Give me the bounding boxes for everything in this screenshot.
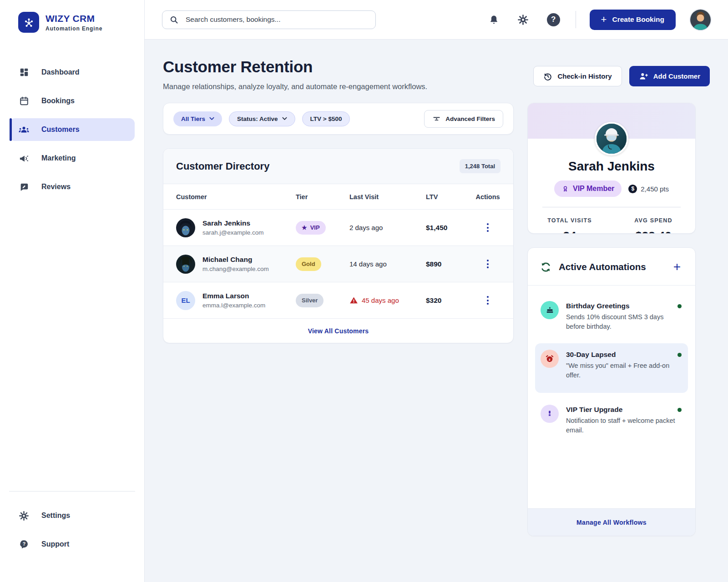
- directory-header: Customer Directory 1,248 Total: [163, 149, 513, 184]
- sidebar-item-marketing[interactable]: Marketing: [0, 147, 144, 170]
- sidebar-item-settings[interactable]: Settings: [0, 504, 144, 527]
- sidebar-nav: Dashboard Bookings: [0, 61, 144, 198]
- svg-text:z: z: [549, 357, 551, 361]
- stat-total-visits: TOTAL VISITS 34: [528, 217, 612, 234]
- notifications-button[interactable]: [489, 15, 499, 25]
- medal-icon: [541, 405, 559, 423]
- stat-avg-spend: AVG SPEND $38.40: [612, 217, 695, 234]
- automation-item[interactable]: z 30-Day Lapsed "We miss you" email + Fr…: [535, 343, 688, 393]
- row-actions-menu-button[interactable]: [484, 257, 491, 271]
- active-status-dot: [677, 304, 682, 308]
- add-automation-button[interactable]: +: [671, 260, 683, 274]
- sidebar-item-label: Marketing: [41, 154, 76, 162]
- status-filter-label: Status: Active: [237, 115, 278, 122]
- review-icon: [18, 181, 30, 193]
- settings-button[interactable]: [517, 14, 529, 25]
- sidebar-item-dashboard[interactable]: Dashboard: [0, 61, 144, 84]
- automation-title: Birthday Greetings: [566, 302, 630, 310]
- automation-description: Sends 10% discount SMS 3 days before bir…: [566, 312, 682, 331]
- tier-badge: Silver: [296, 294, 324, 307]
- view-all-customers-link[interactable]: View All Customers: [305, 327, 372, 335]
- profile-stats: TOTAL VISITS 34 AVG SPEND $38.40: [528, 217, 695, 234]
- tier-filter-chip[interactable]: All Tiers: [173, 111, 222, 126]
- profile-divider: [542, 207, 681, 207]
- brand-logo-icon: [18, 12, 39, 33]
- automation-item[interactable]: VIP Tier Upgrade Notification to staff +…: [535, 398, 688, 442]
- automations-list: Birthday Greetings Sends 10% discount SM…: [528, 286, 695, 442]
- alarm-icon: z: [541, 350, 559, 368]
- customer-directory-card: Customer Directory 1,248 Total Customer …: [163, 148, 514, 343]
- help-button[interactable]: ?: [547, 13, 560, 26]
- cake-icon: [541, 301, 559, 319]
- manage-all-workflows-link[interactable]: Manage All Workflows: [574, 518, 649, 527]
- status-filter-chip[interactable]: Status: Active: [229, 111, 295, 126]
- table-row[interactable]: Michael Chang m.chang@example.com Gold 1…: [163, 246, 513, 282]
- row-actions-menu-button[interactable]: [484, 293, 491, 307]
- content-columns: All Tiers Status: Active LTV > $500: [163, 103, 710, 536]
- automations-title: Active Automations: [559, 261, 646, 272]
- add-customer-button[interactable]: Add Customer: [629, 66, 710, 86]
- column-header-last-visit: Last Visit: [349, 193, 426, 201]
- checkin-history-label: Check-in History: [557, 72, 612, 80]
- sidebar-item-label: Support: [41, 540, 69, 548]
- dashboard-icon: [18, 67, 30, 78]
- table-row[interactable]: Sarah Jenkins sarah.j@example.com ★ VIP …: [163, 210, 513, 246]
- ltv-value: $320: [426, 296, 475, 305]
- avatar: [176, 255, 195, 274]
- sidebar-item-customers[interactable]: Customers: [10, 118, 135, 141]
- page-title: Customer Retention: [163, 58, 427, 76]
- row-actions-menu-button[interactable]: [484, 221, 491, 235]
- sidebar-item-bookings[interactable]: Bookings: [0, 90, 144, 112]
- sidebar-divider: [9, 491, 135, 492]
- person-add-icon: [639, 71, 648, 81]
- megaphone-icon: [18, 153, 30, 164]
- user-avatar[interactable]: [690, 10, 711, 30]
- table-row[interactable]: EL Emma Larson emma.l@example.com Silver: [163, 282, 513, 319]
- customer-name: Emma Larson: [202, 292, 265, 300]
- tier-badge: Gold: [296, 257, 321, 271]
- sync-icon: [540, 261, 552, 273]
- page-header: Customer Retention Manage relationships,…: [163, 58, 710, 91]
- create-booking-button[interactable]: + Create Booking: [590, 10, 676, 30]
- ltv-filter-label: LTV > $500: [310, 115, 342, 122]
- gear-icon: [18, 510, 30, 522]
- svg-text:?: ?: [22, 541, 25, 547]
- automations-footer: Manage All Workflows: [528, 508, 695, 536]
- tier-filter-label: All Tiers: [181, 115, 205, 122]
- filter-icon: [432, 115, 441, 123]
- sidebar-item-label: Settings: [41, 512, 70, 520]
- history-icon: [543, 72, 552, 81]
- customer-email: m.chang@example.com: [202, 266, 269, 272]
- brand-name: WIZY CRM: [46, 13, 102, 24]
- calendar-icon: [18, 95, 30, 107]
- search-icon: [169, 15, 179, 25]
- topbar-divider: [576, 11, 576, 28]
- bell-icon: [489, 15, 499, 25]
- ltv-filter-chip[interactable]: LTV > $500: [302, 111, 350, 126]
- automation-text: Birthday Greetings Sends 10% discount SM…: [566, 301, 682, 331]
- brand-tagline: Automation Engine: [46, 25, 102, 32]
- main-column: ? + Create Booking: [145, 0, 728, 582]
- help-icon: ?: [547, 13, 560, 26]
- last-visit-warning: 45 days ago: [349, 296, 426, 305]
- advanced-filters-button[interactable]: Advanced Filters: [424, 110, 503, 128]
- loyalty-points: $ 2,450 pts: [628, 185, 669, 193]
- page-content: Customer Retention Manage relationships,…: [145, 40, 728, 582]
- checkin-history-button[interactable]: Check-in History: [533, 66, 622, 86]
- automation-item[interactable]: Birthday Greetings Sends 10% discount SM…: [535, 295, 688, 338]
- sidebar-item-support[interactable]: ? Support: [0, 533, 144, 556]
- column-header-tier: Tier: [296, 193, 349, 201]
- customer-cell: EL Emma Larson emma.l@example.com: [176, 291, 296, 310]
- brand: WIZY CRM Automation Engine: [0, 0, 144, 33]
- gear-icon: [517, 14, 529, 25]
- directory-total-badge: 1,248 Total: [460, 159, 500, 173]
- sidebar-item-label: Bookings: [41, 97, 75, 105]
- automation-text: VIP Tier Upgrade Notification to staff +…: [566, 405, 682, 435]
- create-booking-label: Create Booking: [612, 15, 664, 24]
- ltv-value: $1,450: [426, 224, 475, 232]
- sidebar-item-reviews[interactable]: Reviews: [0, 176, 144, 198]
- support-icon: ?: [18, 539, 30, 550]
- search-input[interactable]: [185, 15, 369, 24]
- customer-name: Michael Chang: [202, 256, 269, 264]
- sidebar-item-label: Customers: [41, 125, 80, 134]
